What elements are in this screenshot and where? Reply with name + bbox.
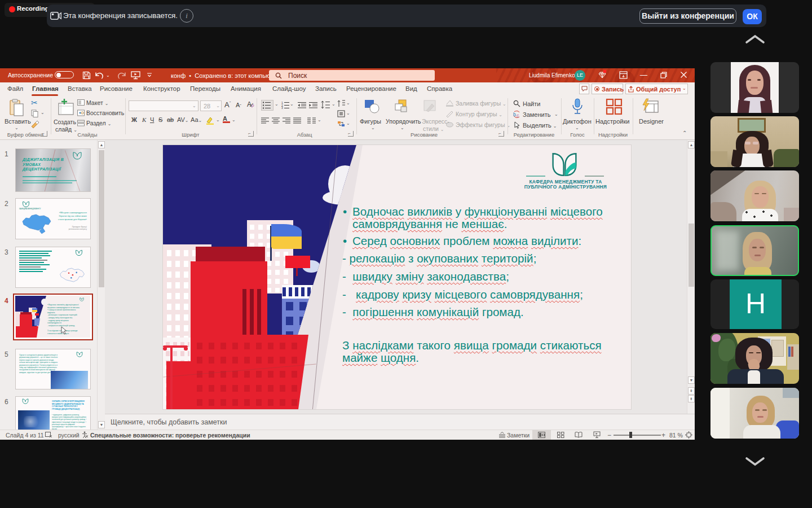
svg-text:c: c (517, 113, 519, 118)
svg-text:3: 3 (281, 106, 283, 109)
